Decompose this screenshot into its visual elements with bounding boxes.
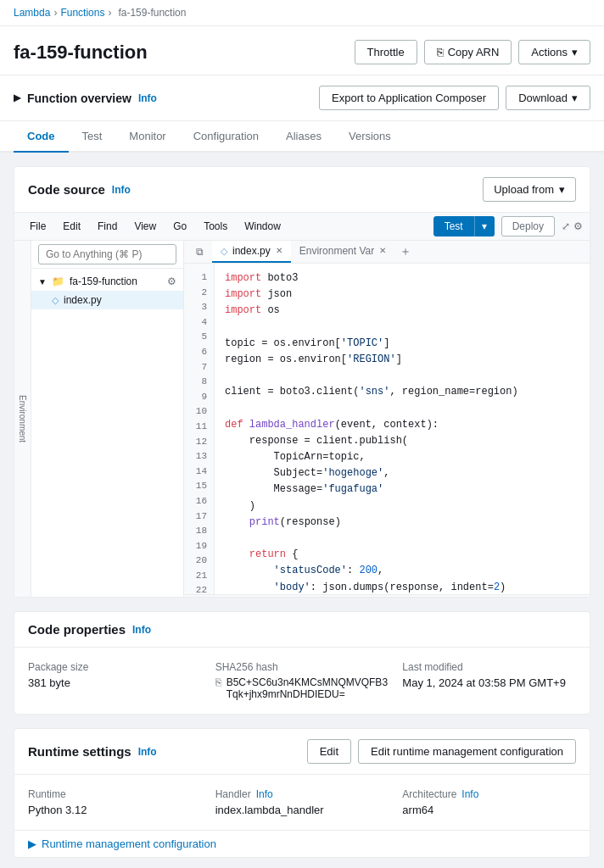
code-statusbar: 1:1 Python Spaces: 2 ⚙: [184, 594, 590, 597]
close-tab-icon[interactable]: ✕: [276, 247, 282, 255]
edit-runtime-button[interactable]: Edit: [307, 739, 351, 764]
tab-test[interactable]: Test: [69, 121, 116, 153]
deploy-button[interactable]: Deploy: [501, 216, 555, 236]
breadcrumb-lambda[interactable]: Lambda: [14, 7, 50, 19]
hash-copy-icon: ⎘: [215, 676, 221, 688]
gear-icon[interactable]: ⚙: [573, 220, 583, 232]
add-tab-button[interactable]: ＋: [394, 241, 417, 263]
copy-arn-button[interactable]: ⎘ Copy ARN: [424, 40, 512, 64]
runtime-management-toggle[interactable]: ▶ Runtime management configuration: [14, 830, 590, 857]
runtime-actions: Edit Edit runtime management configurati…: [307, 739, 576, 764]
architecture-info-link[interactable]: Info: [461, 788, 478, 800]
code-tab-index[interactable]: ◇ index.py ✕: [212, 241, 291, 263]
overview-left: ▶ Function overview Info: [14, 92, 157, 105]
file-name: index.py: [64, 294, 102, 306]
edit-runtime-management-button[interactable]: Edit runtime management configuration: [358, 739, 576, 764]
breadcrumb: Lambda › Functions › fa-159-function: [0, 0, 604, 26]
upload-from-button[interactable]: Upload from ▾: [483, 177, 576, 202]
line-numbers: 12345 678910 1112131415 1617181920 2122: [184, 264, 215, 594]
runtime-item: Runtime Python 3.12: [28, 788, 202, 816]
code-toolbar: File Edit Find View Go Tools Window Test…: [14, 213, 590, 241]
overview-actions: Export to Application Composer Download …: [319, 86, 590, 110]
breadcrumb-sep2: ›: [108, 7, 111, 19]
handler-value: index.lambda_handler: [215, 804, 389, 816]
env-tab-label: Environment Var: [299, 245, 374, 257]
actions-button[interactable]: Actions ▾: [518, 40, 590, 64]
test-dropdown-button[interactable]: ▾: [474, 216, 495, 236]
architecture-label-group: Architecture Info: [402, 788, 576, 800]
chevron-down-icon: ▾: [572, 46, 578, 58]
code-props-grid: Package size 381 byte SHA256 hash ⎘ B5C+…: [14, 648, 590, 714]
overview-toggle-icon[interactable]: ▶: [14, 92, 20, 103]
code-source-title: Code source Info: [28, 182, 131, 197]
tab-aliases[interactable]: Aliases: [272, 121, 335, 153]
code-source-card: Code source Info Upload from ▾ File Edit…: [14, 166, 590, 598]
test-btn-group: Test ▾: [433, 216, 495, 236]
menu-file[interactable]: File: [21, 217, 54, 236]
menu-view[interactable]: View: [126, 217, 165, 236]
main-content: Code source Info Upload from ▾ File Edit…: [0, 153, 604, 868]
handler-info-link[interactable]: Info: [256, 788, 273, 800]
package-size-value: 381 byte: [28, 676, 202, 689]
file-item-index[interactable]: ◇ index.py: [31, 291, 183, 309]
handler-label-group: Handler Info: [215, 788, 389, 800]
code-content: 12345 678910 1112131415 1617181920 2122 …: [184, 264, 590, 594]
runtime-title-group: Runtime settings Info: [28, 744, 157, 759]
menu-go[interactable]: Go: [165, 217, 195, 236]
search-input[interactable]: [38, 244, 176, 264]
folder-gear-icon[interactable]: ⚙: [167, 275, 176, 287]
code-tab-env[interactable]: Environment Var ✕: [291, 241, 394, 263]
package-size-item: Package size 381 byte: [28, 661, 202, 700]
environment-toggle[interactable]: Environment: [14, 241, 31, 597]
runtime-settings-card: Runtime settings Info Edit Edit runtime …: [14, 728, 590, 858]
code-text[interactable]: import boto3 import json import os topic…: [215, 264, 590, 594]
toolbar-right: Test ▾ Deploy ⤢ ⚙: [433, 216, 583, 236]
file-tree: ▼ 📁 fa-159-function ⚙ ◇ index.py: [31, 241, 184, 597]
runtime-title: Runtime settings: [28, 744, 131, 759]
header-actions: Throttle ⎘ Copy ARN Actions ▾: [355, 40, 590, 64]
code-properties-title: Code properties Info: [28, 622, 151, 637]
code-tabs: ⧉ ◇ index.py ✕ Environment Var ✕ ＋: [184, 241, 590, 264]
page-title: fa-159-function: [14, 42, 148, 64]
overview-info-link[interactable]: Info: [138, 92, 157, 104]
expand-icon[interactable]: ⤢: [562, 220, 570, 232]
folder-name: fa-159-function: [70, 275, 137, 287]
toolbar-menu: File Edit Find View Go Tools Window: [21, 217, 289, 236]
runtime-grid: Runtime Python 3.12 Handler Info index.l…: [14, 775, 590, 830]
copy-tabs-icon: ⧉: [191, 242, 209, 261]
runtime-management-label: Runtime management configuration: [42, 837, 216, 850]
test-button[interactable]: Test: [433, 216, 474, 236]
breadcrumb-functions[interactable]: Functions: [60, 7, 104, 19]
runtime-settings-header: Runtime settings Info Edit Edit runtime …: [14, 729, 590, 775]
tab-monitor[interactable]: Monitor: [115, 121, 179, 153]
export-composer-button[interactable]: Export to Application Composer: [319, 86, 499, 110]
menu-find[interactable]: Find: [89, 217, 126, 236]
overview-title: Function overview: [27, 92, 131, 105]
handler-item: Handler Info index.lambda_handler: [215, 788, 389, 816]
menu-tools[interactable]: Tools: [195, 217, 236, 236]
python-file-icon: ◇: [52, 295, 59, 306]
tab-code[interactable]: Code: [14, 121, 69, 153]
menu-window[interactable]: Window: [236, 217, 289, 236]
code-editor-wrapper: Environment ▼ 📁 fa-159-function ⚙ ◇ inde…: [14, 241, 590, 597]
runtime-info-link[interactable]: Info: [138, 746, 157, 758]
search-bar: [31, 241, 183, 269]
package-size-label: Package size: [28, 661, 202, 673]
close-env-tab-icon[interactable]: ✕: [379, 247, 386, 255]
function-overview: ▶ Function overview Info Export to Appli…: [0, 75, 604, 121]
throttle-button[interactable]: Throttle: [355, 40, 417, 64]
menu-edit[interactable]: Edit: [54, 217, 89, 236]
code-properties-header: Code properties Info: [14, 612, 590, 648]
tab-versions[interactable]: Versions: [335, 121, 405, 153]
code-source-info[interactable]: Info: [112, 184, 131, 196]
breadcrumb-sep1: ›: [53, 7, 57, 19]
download-chevron-icon: ▾: [572, 92, 578, 104]
tab-configuration[interactable]: Configuration: [180, 121, 272, 153]
folder-item[interactable]: ▼ 📁 fa-159-function ⚙: [31, 272, 183, 291]
upload-chevron-icon: ▾: [559, 183, 565, 196]
download-button[interactable]: Download ▾: [506, 86, 590, 110]
code-properties-info[interactable]: Info: [132, 624, 151, 636]
runtime-management-chevron: ▶: [28, 837, 36, 850]
architecture-item: Architecture Info arm64: [402, 788, 576, 816]
last-modified-value: May 1, 2024 at 03:58 PM GMT+9: [402, 676, 576, 689]
